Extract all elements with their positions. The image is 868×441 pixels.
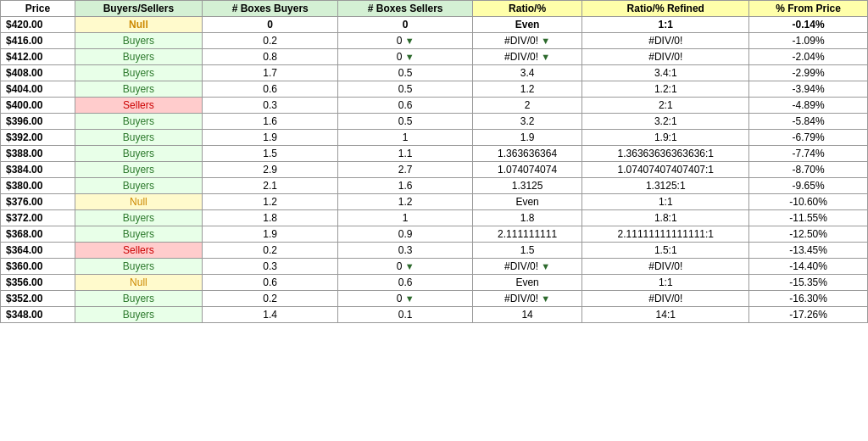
ratio-refined-cell: 1.3125:1 — [582, 178, 749, 194]
boxes-sellers-cell: 0 ▼ — [338, 49, 472, 65]
table-row: $412.00Buyers0.80 ▼#DIV/0! ▼#DIV/0!-2.04… — [1, 49, 868, 65]
from-price-cell: -14.40% — [749, 259, 868, 275]
table-row: $372.00Buyers1.811.81.8:1-11.55% — [1, 210, 868, 226]
table-row: $364.00Sellers0.20.31.51.5:1-13.45% — [1, 243, 868, 259]
price-cell: $416.00 — [1, 33, 75, 49]
ratio-cell: 3.2 — [472, 114, 581, 130]
ratio-cell: 1.2 — [472, 81, 581, 98]
table-row: $392.00Buyers1.911.91.9:1-6.79% — [1, 130, 868, 146]
table-row: $368.00Buyers1.90.92.1111111112.11111111… — [1, 226, 868, 243]
ratio-cell: Even — [472, 194, 581, 210]
table-row: $396.00Buyers1.60.53.23.2:1-5.84% — [1, 114, 868, 130]
from-price-cell: -13.45% — [749, 243, 868, 259]
boxes-buyers-cell: 0.2 — [202, 33, 338, 49]
buyers-sellers-cell: Buyers — [75, 226, 202, 243]
boxes-sellers-cell: 2.7 — [338, 162, 472, 178]
table-body: $420.00Null00Even1:1-0.14%$416.00Buyers0… — [1, 17, 868, 323]
table-row: $380.00Buyers2.11.61.31251.3125:1-9.65% — [1, 178, 868, 194]
boxes-buyers-cell: 0.2 — [202, 243, 338, 259]
from-price-cell: -8.70% — [749, 162, 868, 178]
boxes-buyers-cell: 0.3 — [202, 98, 338, 114]
arrow-icon: ▼ — [405, 52, 415, 62]
ratio-refined-cell: 1:1 — [582, 17, 749, 33]
from-price-cell: -15.35% — [749, 275, 868, 291]
boxes-buyers-cell: 1.7 — [202, 65, 338, 81]
buyers-sellers-cell: Buyers — [75, 146, 202, 162]
boxes-sellers-cell: 1 — [338, 130, 472, 146]
table-row: $416.00Buyers0.20 ▼#DIV/0! ▼#DIV/0!-1.09… — [1, 33, 868, 49]
ratio-cell: 1.9 — [472, 130, 581, 146]
ratio-refined-cell: 2.11111111111111:1 — [582, 226, 749, 243]
from-price-cell: -6.79% — [749, 130, 868, 146]
boxes-sellers-cell: 0 ▼ — [338, 259, 472, 275]
boxes-sellers-cell: 0.9 — [338, 226, 472, 243]
ratio-refined-cell: 1.8:1 — [582, 210, 749, 226]
ratio-refined-cell: 3.2:1 — [582, 114, 749, 130]
buyers-sellers-cell: Null — [75, 17, 202, 33]
boxes-buyers-cell: 0 — [202, 17, 338, 33]
price-cell: $360.00 — [1, 259, 75, 275]
ratio-refined-cell: 2:1 — [582, 98, 749, 114]
arrow-icon: ▼ — [405, 261, 415, 271]
price-cell: $364.00 — [1, 243, 75, 259]
from-price-cell: -17.26% — [749, 307, 868, 323]
price-cell: $392.00 — [1, 130, 75, 146]
ratio-cell: Even — [472, 17, 581, 33]
boxes-buyers-cell: 0.6 — [202, 275, 338, 291]
boxes-sellers-cell: 0 ▼ — [338, 291, 472, 307]
price-cell: $352.00 — [1, 291, 75, 307]
ratio-cell: 1.5 — [472, 243, 581, 259]
buyers-sellers-cell: Buyers — [75, 210, 202, 226]
price-cell: $384.00 — [1, 162, 75, 178]
ratio-arrow-icon: ▼ — [541, 261, 550, 271]
buyers-sellers-cell: Buyers — [75, 81, 202, 98]
from-price-cell: -2.99% — [749, 65, 868, 81]
buyers-sellers-cell: Null — [75, 275, 202, 291]
boxes-sellers-cell: 0.6 — [338, 275, 472, 291]
ratio-cell: #DIV/0! ▼ — [472, 259, 581, 275]
ratio-arrow-icon: ▼ — [541, 36, 550, 46]
ratio-cell: 2 — [472, 98, 581, 114]
boxes-buyers-cell: 0.8 — [202, 49, 338, 65]
table-row: $360.00Buyers0.30 ▼#DIV/0! ▼#DIV/0!-14.4… — [1, 259, 868, 275]
buyers-sellers-cell: Buyers — [75, 162, 202, 178]
ratio-refined-cell: 1.07407407407407:1 — [582, 162, 749, 178]
from-price-cell: -16.30% — [749, 291, 868, 307]
buyers-sellers-cell: Sellers — [75, 98, 202, 114]
boxes-sellers-cell: 0.3 — [338, 243, 472, 259]
ratio-refined-cell: #DIV/0! — [582, 49, 749, 65]
ratio-cell: 2.111111111 — [472, 226, 581, 243]
price-cell: $412.00 — [1, 49, 75, 65]
ratio-cell: #DIV/0! ▼ — [472, 291, 581, 307]
buyers-sellers-cell: Null — [75, 194, 202, 210]
buyers-sellers-cell: Buyers — [75, 130, 202, 146]
table-row: $384.00Buyers2.92.71.0740740741.07407407… — [1, 162, 868, 178]
boxes-buyers-cell: 0.3 — [202, 259, 338, 275]
boxes-buyers-cell: 1.9 — [202, 130, 338, 146]
table-row: $388.00Buyers1.51.11.3636363641.36363636… — [1, 146, 868, 162]
boxes-sellers-cell: 0.5 — [338, 65, 472, 81]
buyers-sellers-cell: Buyers — [75, 291, 202, 307]
ratio-refined-cell: 1:1 — [582, 194, 749, 210]
from-price-cell: -12.50% — [749, 226, 868, 243]
price-cell: $348.00 — [1, 307, 75, 323]
buyers-sellers-cell: Sellers — [75, 243, 202, 259]
table-row: $420.00Null00Even1:1-0.14% — [1, 17, 868, 33]
ratio-cell: 1.074074074 — [472, 162, 581, 178]
price-cell: $420.00 — [1, 17, 75, 33]
boxes-sellers-cell: 1.1 — [338, 146, 472, 162]
ratio-refined-cell: #DIV/0! — [582, 33, 749, 49]
boxes-sellers-cell: 0.6 — [338, 98, 472, 114]
price-cell: $356.00 — [1, 275, 75, 291]
ratio-refined-cell: 1.9:1 — [582, 130, 749, 146]
from-price-cell: -3.94% — [749, 81, 868, 98]
buyers-sellers-cell: Buyers — [75, 65, 202, 81]
table-row: $376.00Null1.21.2Even1:1-10.60% — [1, 194, 868, 210]
ratio-refined-cell: 3.4:1 — [582, 65, 749, 81]
ratio-refined-cell: 14:1 — [582, 307, 749, 323]
ratio-cell: #DIV/0! ▼ — [472, 49, 581, 65]
boxes-buyers-cell: 1.6 — [202, 114, 338, 130]
boxes-buyers-cell: 1.2 — [202, 194, 338, 210]
boxes-buyers-header: # Boxes Buyers — [202, 1, 338, 17]
from-price-cell: -0.14% — [749, 17, 868, 33]
